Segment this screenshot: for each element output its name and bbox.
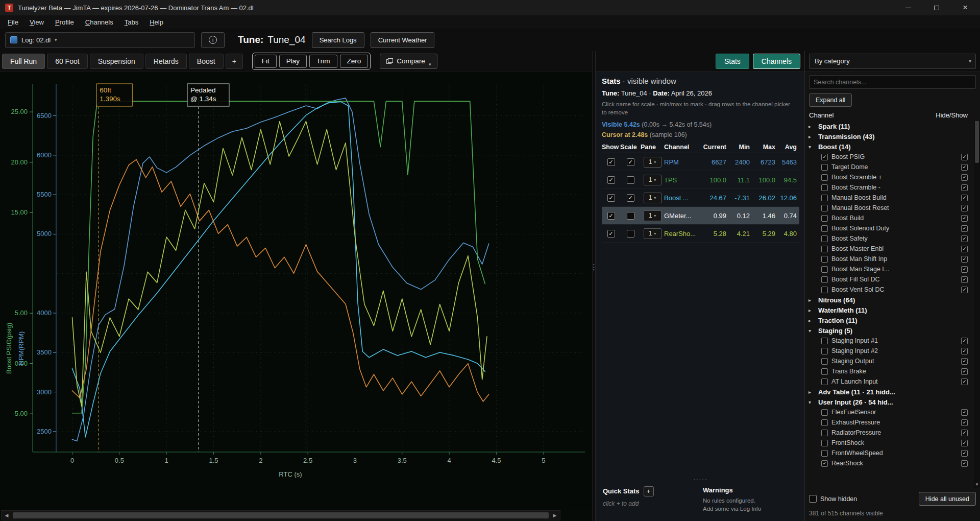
- channel-visible-checkbox[interactable]: [961, 430, 968, 436]
- show-hidden-toggle[interactable]: Show hidden: [809, 495, 857, 503]
- chart-svg[interactable]: 25.0020.0015.005.000.00-5.00650060005500…: [0, 72, 592, 510]
- tree-channel-boost-scramble-[interactable]: Boost Scramble -: [805, 182, 980, 193]
- channel-value[interactable]: RPM: [664, 158, 697, 166]
- channel-value[interactable]: RearSho...: [664, 230, 697, 238]
- stats-row-boost[interactable]: 1Boost ...24.67-7.3126.0212.06: [602, 189, 799, 207]
- show-checkbox[interactable]: [607, 212, 615, 220]
- tree-channel-at-launch-input[interactable]: AT Launch Input: [805, 376, 980, 387]
- current-weather-button[interactable]: Current Weather: [371, 32, 435, 48]
- channel-select-checkbox[interactable]: [821, 450, 828, 457]
- tree-channel-manual-boost-reset[interactable]: Manual Boost Reset: [805, 203, 980, 213]
- chevron-right-icon[interactable]: ▸: [808, 307, 815, 313]
- stats-row-rearsho[interactable]: 1RearSho...5.284.215.294.80: [602, 225, 799, 243]
- channel-select-checkbox[interactable]: [821, 256, 828, 263]
- tree-category-nitrous[interactable]: ▸Nitrous (64): [805, 295, 980, 305]
- chevron-right-icon[interactable]: ▸: [808, 318, 815, 323]
- channel-select-checkbox[interactable]: [821, 440, 828, 446]
- channel-select-checkbox[interactable]: [821, 205, 828, 211]
- tree-channel-boost-scramble-[interactable]: Boost Scramble +: [805, 172, 980, 182]
- tree-category-boost[interactable]: ▾Boost (14): [805, 141, 980, 152]
- scrollbar-thumb[interactable]: [13, 512, 549, 518]
- channel-visible-checkbox[interactable]: [961, 368, 968, 375]
- search-logs-button[interactable]: Search Logs: [312, 32, 364, 48]
- menu-item-help[interactable]: Help: [144, 16, 169, 28]
- channel-select-checkbox[interactable]: [821, 246, 828, 252]
- channel-visible-checkbox[interactable]: [961, 256, 968, 263]
- show-checkbox[interactable]: [607, 230, 615, 238]
- tree-channel-staging-output[interactable]: Staging Output: [805, 356, 980, 366]
- zero-button[interactable]: Zero: [340, 55, 369, 68]
- show-checkbox[interactable]: [607, 176, 615, 184]
- tree-channel-staging-input-1[interactable]: Staging Input #1: [805, 336, 980, 346]
- chevron-down-icon[interactable]: ▾: [808, 399, 815, 405]
- channel-select-checkbox[interactable]: [821, 235, 828, 242]
- tree-channel-exhaustpressure[interactable]: ExhaustPressure: [805, 417, 980, 428]
- tree-channel-rearshock[interactable]: RearShock: [805, 458, 980, 468]
- show-checkbox[interactable]: [607, 158, 615, 166]
- pane-select[interactable]: 1: [644, 210, 662, 221]
- tree-channel-boost-master-enbl[interactable]: Boost Master Enbl: [805, 244, 980, 254]
- scroll-right-icon[interactable]: ▶: [550, 513, 560, 518]
- channel-select-checkbox[interactable]: [821, 409, 828, 416]
- channel-select-checkbox[interactable]: [821, 215, 828, 222]
- channel-visible-checkbox[interactable]: [961, 164, 968, 171]
- channel-value[interactable]: GMeter...: [664, 212, 697, 220]
- tree-category-user[interactable]: ▾User Input (26 · 54 hid...: [805, 397, 980, 407]
- channel-visible-checkbox[interactable]: [961, 174, 968, 181]
- tree-category-water/meth[interactable]: ▸Water/Meth (11): [805, 305, 980, 315]
- tree-channel-boost-build[interactable]: Boost Build: [805, 213, 980, 223]
- channel-visible-checkbox[interactable]: [961, 378, 968, 385]
- channel-select-checkbox[interactable]: [821, 419, 828, 426]
- channel-visible-checkbox[interactable]: [961, 450, 968, 457]
- stats-row-rpm[interactable]: 1RPM6627240067235463: [602, 153, 799, 171]
- chart-stats-splitter[interactable]: [592, 51, 595, 521]
- channel-value[interactable]: Boost ...: [664, 194, 697, 202]
- channel-select-checkbox[interactable]: [821, 195, 828, 201]
- tree-category-spark[interactable]: ▸Spark (11): [805, 121, 980, 131]
- channel-select-checkbox[interactable]: [821, 358, 828, 365]
- expand-all-button[interactable]: Expand all: [809, 93, 852, 107]
- tab-boost[interactable]: Boost: [189, 54, 224, 69]
- channel-visible-checkbox[interactable]: [961, 266, 968, 273]
- scale-checkbox[interactable]: [627, 176, 634, 184]
- tree-channel-trans-brake[interactable]: Trans Brake: [805, 366, 980, 376]
- channel-visible-checkbox[interactable]: [961, 205, 968, 211]
- tree-channel-boost-fill-sol-dc[interactable]: Boost Fill Sol DC: [805, 274, 980, 285]
- channel-visible-checkbox[interactable]: [961, 409, 968, 416]
- channel-visible-checkbox[interactable]: [961, 358, 968, 365]
- channel-value[interactable]: TPS: [664, 176, 697, 184]
- tree-channel-boost-psig[interactable]: Boost PSIG: [805, 152, 980, 162]
- pane-select[interactable]: 1: [644, 193, 662, 203]
- tree-channel-boost-solenoid-duty[interactable]: Boost Solenoid Duty: [805, 223, 980, 233]
- channel-select-checkbox[interactable]: [821, 266, 828, 273]
- channel-visible-checkbox[interactable]: [961, 338, 968, 344]
- stats-row-tps[interactable]: 1TPS100.011.1100.094.5: [602, 171, 799, 189]
- tab-full-run[interactable]: Full Run: [2, 54, 45, 69]
- tree-category-staging[interactable]: ▾Staging (5): [805, 325, 980, 336]
- info-button[interactable]: i: [201, 32, 225, 48]
- quick-stats-add-button[interactable]: +: [644, 486, 654, 496]
- channel-select-checkbox[interactable]: [821, 164, 828, 171]
- chevron-right-icon[interactable]: ▸: [808, 124, 815, 129]
- tree-channel-staging-input-2[interactable]: Staging Input #2: [805, 346, 980, 356]
- tree-category-adv[interactable]: ▸Adv Table (11 · 21 hidd...: [805, 387, 980, 397]
- menu-item-view[interactable]: View: [24, 16, 50, 28]
- tree-channel-boost-safety[interactable]: Boost Safety: [805, 233, 980, 244]
- scale-checkbox[interactable]: [627, 158, 634, 166]
- scale-checkbox[interactable]: [627, 212, 634, 220]
- chart-horizontal-scrollbar[interactable]: ◀ ▶: [1, 510, 560, 520]
- tree-channel-manual-boost-build[interactable]: Manual Boost Build: [805, 193, 980, 203]
- category-select[interactable]: By category: [809, 54, 976, 69]
- tree-channel-frontwheelspeed[interactable]: FrontWheelSpeed: [805, 448, 980, 458]
- tree-channel-radiatorpressure[interactable]: RadiatorPressure: [805, 428, 980, 438]
- channel-select-checkbox[interactable]: [821, 184, 828, 191]
- show-hidden-checkbox[interactable]: [809, 495, 817, 503]
- menu-item-channels[interactable]: Channels: [80, 16, 119, 28]
- channel-visible-checkbox[interactable]: [961, 184, 968, 191]
- channel-visible-checkbox[interactable]: [961, 154, 968, 160]
- channel-visible-checkbox[interactable]: [961, 348, 968, 354]
- chevron-down-icon[interactable]: ▾: [808, 144, 815, 150]
- fit-button[interactable]: Fit: [255, 55, 277, 68]
- channel-select-checkbox[interactable]: [821, 460, 828, 467]
- chevron-down-icon[interactable]: ▾: [808, 328, 815, 334]
